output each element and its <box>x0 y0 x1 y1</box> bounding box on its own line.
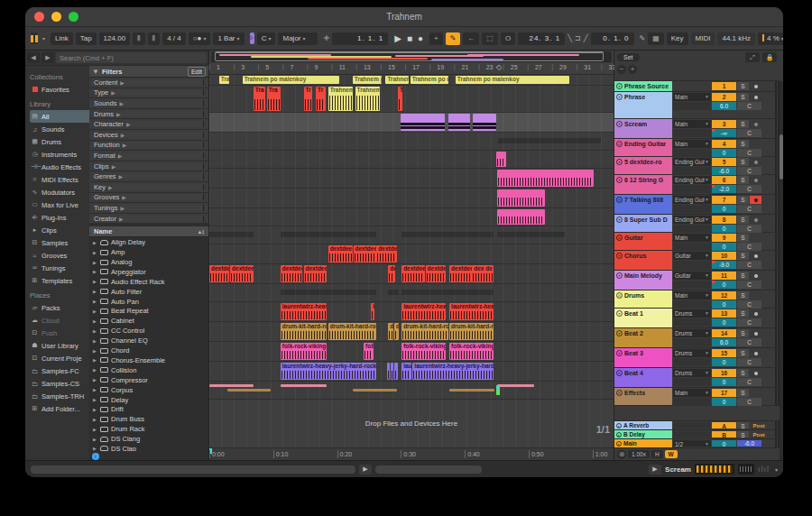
clip[interactable]: drum-kit-hard-rock <box>281 323 328 340</box>
solo-button[interactable]: S <box>737 431 749 438</box>
clip[interactable]: Tra <box>267 87 281 111</box>
filter-row-drums[interactable]: Drums▶ <box>89 109 208 120</box>
clip[interactable] <box>497 209 545 225</box>
clip[interactable]: Tra <box>219 76 229 84</box>
arm-button[interactable] <box>750 349 761 357</box>
device-item-drum-buss[interactable]: ▶Drum Buss <box>89 414 208 424</box>
nudge-up-icon[interactable]: ⦀ <box>148 32 161 45</box>
arm-button[interactable] <box>750 93 761 101</box>
unfold-icon[interactable]: ⊘ <box>616 141 623 147</box>
clip[interactable] <box>353 389 397 392</box>
return-name-block[interactable]: ▸A Reverb <box>614 421 672 429</box>
clip[interactable]: Trahnem po malenkoy <box>456 76 569 84</box>
solo-button[interactable]: S <box>737 158 749 166</box>
sidebar-item-current-proje[interactable]: ⊡Current Proje <box>30 352 89 364</box>
name-column-header[interactable]: Name▲| <box>89 226 208 237</box>
lane-drums[interactable] <box>209 284 614 302</box>
track-number[interactable]: 8 <box>712 216 736 224</box>
sidebar-item-sounds[interactable]: ♫Sounds <box>30 123 89 135</box>
volume-field[interactable]: 0 <box>712 205 736 213</box>
record-button[interactable]: ● <box>418 33 423 43</box>
track-number[interactable]: 15 <box>712 349 736 357</box>
clip[interactable] <box>394 363 398 380</box>
clip[interactable]: dextdee- <box>304 265 328 282</box>
expand-icon[interactable]: ▶ <box>93 318 97 324</box>
solo-button[interactable]: S <box>737 349 749 357</box>
expand-icon[interactable]: ▶ <box>93 387 97 392</box>
zoom-width-button[interactable]: W <box>665 450 678 458</box>
fold-icon[interactable]: ▾ <box>616 330 623 336</box>
clip[interactable]: folk <box>364 343 374 360</box>
tempo-field[interactable]: 124.00 <box>99 32 130 45</box>
arm-button[interactable] <box>750 216 761 224</box>
track-header-7-talking-808[interactable]: ▾7 Talking 808Ending Guit▼7S0C <box>614 195 780 215</box>
arm-button[interactable] <box>750 82 761 90</box>
track-name-block[interactable]: ▾6 12 String G <box>614 175 672 194</box>
track-number[interactable]: 13 <box>712 309 736 318</box>
volume-field[interactable]: 0 <box>712 300 736 309</box>
track-name-block[interactable]: ▾Main Melody <box>614 271 672 290</box>
track-header-6-12-string-g[interactable]: ▾6 12 String GEnding Guit▼6S-2.0C <box>614 175 780 195</box>
nudge-down-icon[interactable]: ⦀ <box>133 32 145 45</box>
return-name-block[interactable]: ▸Main <box>614 439 672 447</box>
expand-icon[interactable]: ▶ <box>93 338 97 344</box>
pan-field[interactable]: C <box>737 261 761 269</box>
clip[interactable]: dextdee- <box>281 265 302 282</box>
output-routing-menu[interactable]: Guitar▼ <box>673 272 711 280</box>
expand-icon[interactable]: ▶ <box>93 309 97 314</box>
clip[interactable] <box>281 290 376 295</box>
clip[interactable] <box>391 363 393 380</box>
clip[interactable] <box>496 385 500 395</box>
sidebar-item-samples[interactable]: ⊟Samples <box>30 236 89 249</box>
sidebar-item-samples-fc[interactable]: 🗀Samples-FC <box>30 364 89 377</box>
track-header-guitar[interactable]: ⊘GuitarMain▼9S0C <box>614 233 780 251</box>
clip[interactable] <box>387 363 390 380</box>
clip[interactable]: folk-rock-viking-d <box>401 343 446 360</box>
return-name-block[interactable]: ▸B Delay <box>614 430 672 438</box>
clip[interactable]: laurentwirz-heavy- <box>281 303 328 320</box>
scrollbar-handle[interactable] <box>780 134 783 180</box>
pan-field[interactable]: C <box>737 129 761 137</box>
output-routing-menu[interactable]: Main▼ <box>673 93 711 101</box>
lane-guitar[interactable] <box>209 226 614 244</box>
expand-icon[interactable]: ▶ <box>93 299 97 304</box>
solo-button[interactable]: S <box>737 196 749 204</box>
expand-icon[interactable]: ▶ <box>93 348 97 354</box>
clip[interactable] <box>448 114 470 131</box>
volume-field[interactable]: 0 <box>712 378 736 386</box>
arm-button[interactable] <box>750 369 761 377</box>
arm-button[interactable] <box>750 272 761 280</box>
metronome-button[interactable]: ○●▾ <box>189 32 211 45</box>
drop-zone[interactable]: Drop Files and Devices Here 1/1 <box>209 400 614 448</box>
device-item-cc-control[interactable]: ▶CC Control <box>89 326 208 336</box>
device-item-amp[interactable]: ▶Amp <box>89 247 208 257</box>
track-number[interactable]: 16 <box>712 369 736 377</box>
zoom-back-icon[interactable]: ⊕ <box>617 450 626 459</box>
filter-row-type[interactable]: Type▶ <box>89 88 208 99</box>
pan-field[interactable]: -6.0 <box>737 440 761 447</box>
volume-field[interactable]: -9.0 <box>712 261 736 269</box>
solo-button[interactable]: S <box>737 82 749 90</box>
track-header-phrase-source[interactable]: ▾Phrase Source1S <box>614 81 780 92</box>
clip[interactable]: dextdee- <box>354 245 376 263</box>
expand-icon[interactable]: ▶ <box>93 250 97 255</box>
lane-beat-2[interactable]: drum-kit-hard-rockdrum-kit-hard-rockdddr… <box>209 322 614 342</box>
solo-button[interactable]: S <box>737 140 749 148</box>
arm-button[interactable] <box>750 120 761 128</box>
track-header-beat-4[interactable]: ▾Beat 4Drums▼16S0C <box>614 368 780 388</box>
lane-6-12-string-g[interactable] <box>209 169 614 189</box>
volume-field[interactable]: -2.0 <box>712 185 736 193</box>
pencil-link-icon[interactable]: ⤢ <box>745 52 760 62</box>
filter-row-clips[interactable]: Clips▶ <box>89 161 208 172</box>
midi-map-button[interactable]: MIDI <box>691 32 715 45</box>
track-header-beat-3[interactable]: ▾Beat 3Drums▼15S0C <box>614 348 780 368</box>
sidebar-item-max-for-live[interactable]: ⬭Max for Live <box>30 198 89 211</box>
filter-row-genres[interactable]: Genres▶ <box>89 171 208 182</box>
arrangement-overview[interactable] <box>211 51 612 62</box>
track-number[interactable]: 14 <box>712 329 736 337</box>
sidebar-item-favorites[interactable]: Favorites <box>30 83 89 96</box>
device-item-ds-clang[interactable]: ▶DS Clang <box>89 434 208 444</box>
pan-field[interactable]: C <box>737 185 761 193</box>
fold-icon[interactable]: ▾ <box>616 217 623 223</box>
fold-icon[interactable]: ▾ <box>616 159 623 165</box>
